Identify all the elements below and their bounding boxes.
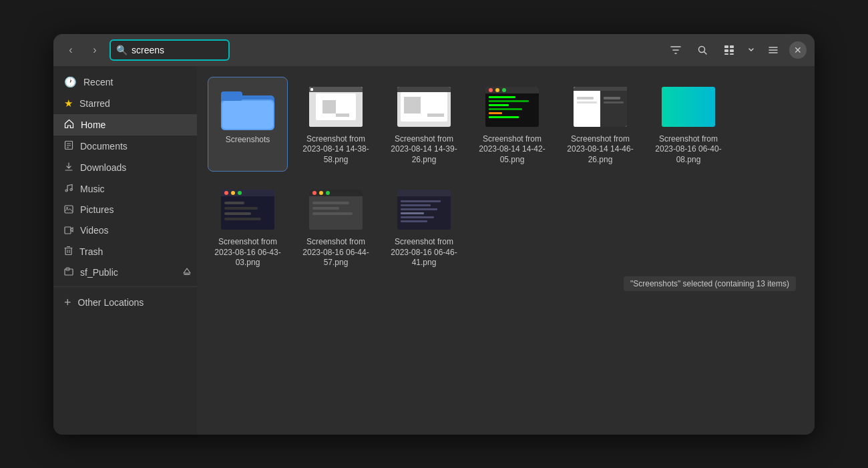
- sidebar-item-trash[interactable]: Trash: [53, 241, 197, 262]
- file-item-5[interactable]: Screenshot from 2023-08-16 06-40-08.png: [648, 77, 728, 172]
- sidebar-item-documents[interactable]: Documents: [53, 136, 197, 157]
- starred-icon: ★: [64, 97, 73, 109]
- svg-point-71: [224, 191, 228, 195]
- file-label-6: Screenshot from 2023-08-16 06-43-03.png: [212, 237, 284, 268]
- svg-rect-40: [309, 87, 363, 92]
- back-button[interactable]: ‹: [61, 41, 80, 59]
- sidebar-item-videos[interactable]: Videos: [53, 220, 197, 241]
- sidebar-label-other-locations: Other Locations: [78, 297, 144, 308]
- main-layout: 🕐 Recent ★ Starred Home: [53, 66, 815, 435]
- file-item-2[interactable]: Screenshot from 2023-08-14 14-39-26.png: [384, 77, 464, 172]
- svg-rect-32: [222, 101, 273, 129]
- file-item-3[interactable]: Screenshot from 2023-08-14 14-42-05.png: [472, 77, 552, 172]
- file-item-screenshots-folder[interactable]: Screenshots: [208, 77, 288, 172]
- svg-rect-87: [397, 190, 451, 196]
- svg-line-1: [704, 51, 707, 54]
- sidebar-label-music: Music: [80, 184, 105, 194]
- sidebar-item-starred[interactable]: ★ Starred: [53, 93, 197, 114]
- sidebar-item-music[interactable]: Music: [53, 178, 197, 200]
- file-item-4[interactable]: Screenshot from 2023-08-14 14-46-26.png: [560, 77, 640, 172]
- svg-rect-45: [427, 97, 444, 113]
- filter-button[interactable]: [665, 39, 686, 61]
- sidebar-label-home: Home: [81, 120, 105, 130]
- sf-public-icon: [64, 267, 73, 278]
- search-input[interactable]: [132, 45, 218, 55]
- svg-rect-2: [724, 45, 728, 48]
- view-list-button[interactable]: [763, 39, 784, 61]
- sidebar-label-downloads: Downloads: [80, 162, 126, 173]
- file-label-5: Screenshot from 2023-08-16 06-40-08.png: [652, 134, 724, 166]
- svg-rect-75: [224, 207, 258, 210]
- pictures-icon: [64, 204, 73, 216]
- svg-rect-3: [730, 45, 734, 48]
- svg-point-17: [70, 188, 72, 190]
- file-label-7: Screenshot from 2023-08-16 06-44-57.png: [300, 237, 372, 268]
- file-label-4: Screenshot from 2023-08-14 14-46-26.png: [564, 134, 636, 166]
- svg-rect-36: [322, 100, 336, 113]
- search-icon: 🔍: [116, 45, 128, 55]
- svg-rect-18: [65, 206, 73, 213]
- svg-rect-67: [604, 101, 624, 103]
- sidebar-item-home[interactable]: Home: [53, 114, 197, 136]
- sidebar: 🕐 Recent ★ Starred Home: [53, 66, 197, 435]
- file-item-1[interactable]: Screenshot from 2023-08-14 14-38-58.png: [296, 77, 376, 172]
- file-label-3: Screenshot from 2023-08-14 14-42-05.png: [476, 134, 548, 166]
- close-button[interactable]: ✕: [789, 41, 807, 59]
- svg-rect-88: [401, 200, 441, 202]
- thumbnail-1: [309, 83, 363, 130]
- svg-rect-84: [312, 207, 339, 210]
- thumbnail-8: [397, 186, 451, 233]
- svg-rect-57: [489, 108, 522, 110]
- svg-rect-83: [312, 202, 349, 204]
- eject-button[interactable]: [180, 264, 194, 280]
- search-box: 🔍: [110, 39, 230, 61]
- forward-button[interactable]: ›: [85, 41, 104, 59]
- svg-rect-55: [489, 100, 529, 102]
- svg-rect-74: [224, 202, 244, 204]
- recent-icon: 🕐: [64, 76, 77, 88]
- file-item-6[interactable]: Screenshot from 2023-08-16 06-43-03.png: [208, 180, 288, 275]
- home-icon: [64, 119, 74, 131]
- sidebar-item-recent[interactable]: 🕐 Recent: [53, 71, 197, 93]
- svg-rect-39: [336, 113, 349, 117]
- thumbnail-4: [574, 83, 627, 130]
- sidebar-label-pictures: Pictures: [80, 204, 114, 215]
- svg-rect-77: [224, 218, 261, 220]
- view-grid-button[interactable]: [718, 39, 740, 61]
- sidebar-divider: [53, 286, 197, 287]
- file-item-7[interactable]: Screenshot from 2023-08-16 06-44-57.png: [296, 180, 376, 275]
- sidebar-item-downloads[interactable]: Downloads: [53, 157, 197, 178]
- sidebar-item-sf-public-row: sf_Public: [53, 262, 197, 282]
- thumbnail-3: [485, 83, 539, 130]
- svg-rect-65: [577, 101, 597, 103]
- sidebar-item-sf-public[interactable]: sf_Public: [53, 262, 180, 282]
- svg-point-82: [326, 191, 330, 195]
- svg-rect-50: [485, 87, 539, 93]
- sidebar-item-pictures[interactable]: Pictures: [53, 200, 197, 220]
- svg-rect-54: [489, 96, 515, 98]
- svg-rect-59: [489, 116, 519, 118]
- svg-rect-48: [397, 87, 451, 92]
- thumbnail-2: [397, 83, 451, 130]
- svg-rect-61: [574, 87, 600, 127]
- view-dropdown-button[interactable]: [745, 39, 757, 61]
- svg-rect-20: [65, 227, 71, 234]
- file-grid: Screenshots: [208, 77, 804, 276]
- search-toggle-button[interactable]: [692, 39, 713, 61]
- svg-point-16: [65, 190, 67, 192]
- svg-rect-79: [309, 190, 363, 196]
- svg-rect-62: [600, 87, 627, 127]
- sidebar-item-other-locations[interactable]: + Other Locations: [53, 291, 197, 314]
- music-icon: [64, 183, 73, 195]
- sidebar-label-documents: Documents: [80, 141, 128, 152]
- sidebar-label-sf-public: sf_Public: [80, 267, 118, 278]
- trash-icon: [64, 246, 73, 258]
- svg-rect-41: [310, 88, 313, 91]
- svg-rect-92: [401, 216, 434, 218]
- svg-point-72: [231, 191, 235, 195]
- svg-rect-68: [662, 87, 715, 127]
- file-item-8[interactable]: Screenshot from 2023-08-16 06-46-41.png: [384, 180, 464, 275]
- status-text: "Screenshots" selected (containing 13 it…: [624, 276, 796, 291]
- sidebar-label-trash: Trash: [79, 246, 103, 257]
- svg-rect-7: [730, 53, 734, 55]
